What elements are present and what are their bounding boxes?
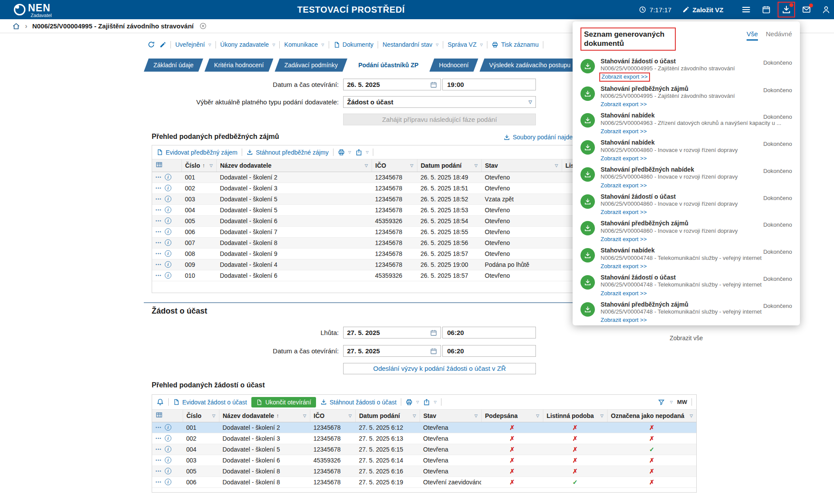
col-header-cislo[interactable]: Číslo↑▽ (181, 159, 216, 172)
column-settings-icon[interactable] (156, 411, 163, 418)
messages-icon[interactable] (802, 5, 811, 14)
row-menu-icon[interactable]: ••• (156, 469, 162, 473)
calendar-icon[interactable] (430, 81, 437, 88)
col-header-stav[interactable]: Stav▽ (481, 159, 562, 172)
request-row[interactable]: •••i 003 Dodavatel - školení 6 45359326 … (152, 455, 696, 466)
tab-hodnoceni[interactable]: Hodnocení (429, 59, 478, 72)
tab-vysledek-zadavaciho-postupu[interactable]: Výsledek zadávacího postupu (480, 59, 580, 72)
row-menu-icon[interactable]: ••• (156, 458, 162, 463)
calendar-icon[interactable] (430, 348, 437, 355)
chevron-down-icon[interactable]: ▽ (670, 400, 673, 404)
row-menu-icon[interactable]: ••• (156, 480, 162, 484)
notification-item[interactable]: Stahování nabídek N006/25/V00004748 - Te… (580, 245, 792, 272)
row-info-icon[interactable]: i (165, 185, 171, 191)
row-info-icon[interactable]: i (165, 272, 171, 279)
show-export-link[interactable]: Zobrazit export >> (601, 317, 647, 324)
col-header-podepsana[interactable]: Podepsána▽ (481, 410, 543, 422)
breadcrumb-record[interactable]: N006/25/V00004995 - Zajištění závodního … (32, 22, 194, 30)
menu-uverejneni[interactable]: Uveřejnění▽ (175, 41, 211, 48)
filter-caret-icon[interactable]: ▽ (303, 414, 306, 418)
col-header-nazev[interactable]: Název dodavatele↑▽ (219, 410, 310, 422)
filter-caret-icon[interactable]: ▽ (349, 414, 352, 418)
col-header-ico[interactable]: IČO▽ (310, 410, 355, 422)
show-export-link[interactable]: Zobrazit export >> (601, 290, 647, 297)
column-settings-icon[interactable] (156, 161, 163, 168)
row-info-icon[interactable]: i (165, 207, 171, 213)
calendar-icon[interactable] (762, 5, 771, 14)
calendar-icon[interactable] (430, 329, 437, 336)
row-menu-icon[interactable]: ••• (156, 175, 162, 180)
generated-documents-icon[interactable] (782, 5, 791, 14)
row-info-icon[interactable]: i (165, 468, 171, 474)
show-export-link[interactable]: Zobrazit export >> (601, 209, 647, 216)
user-profile-icon[interactable] (822, 5, 831, 14)
col-header-oznacena-jako-nepodana[interactable]: Označena jako nepodaná▽ (607, 410, 696, 422)
request-row[interactable]: •••i 006 Dodavatel - školení 8 12345678 … (152, 476, 696, 487)
menu-sprava-vz[interactable]: Správa VZ▽ (448, 41, 483, 48)
filter-caret-icon[interactable]: ▽ (690, 414, 693, 418)
show-export-link[interactable]: Zobrazit export >> (601, 128, 647, 135)
row-menu-icon[interactable]: ••• (156, 447, 162, 452)
row-info-icon[interactable]: i (165, 435, 171, 442)
opening-date-field[interactable]: 26. 5. 2025 (343, 79, 441, 90)
download-requests-link[interactable]: Stáhnout žádosti o účast (320, 399, 396, 406)
download-interests-link[interactable]: Stáhnout předběžné zájmy (247, 149, 329, 156)
filter-caret-icon[interactable]: ▽ (212, 414, 215, 418)
show-export-link[interactable]: Zobrazit export >> (601, 101, 647, 108)
notification-item[interactable]: Stahování nabídek N006/25/V00004963 - Zř… (580, 110, 792, 137)
participation-opening-date-field[interactable]: 27. 5. 2025 (343, 345, 441, 357)
start-next-phase-button[interactable]: Zahájit přípravu následující fáze podání (343, 114, 536, 125)
notification-item[interactable]: Stahování předběžných zájmů N006/25/V000… (580, 218, 792, 245)
col-header-ico[interactable]: IČO▽ (372, 159, 417, 172)
request-row[interactable]: •••i 002 Dodavatel - školení 3 12345678 … (152, 433, 696, 444)
notification-item[interactable]: Stahování předběžných zájmů N006/25/V000… (580, 83, 792, 110)
send-invitation-button[interactable]: Odeslání výzvy k podání žádosti o účast … (343, 363, 536, 374)
menu-nestandardni-stav[interactable]: Nestandardní stav▽ (382, 41, 438, 48)
row-menu-icon[interactable]: ••• (156, 186, 162, 190)
row-info-icon[interactable]: i (165, 261, 171, 268)
col-header-stav[interactable]: Stav▽ (420, 410, 481, 422)
register-interest-link[interactable]: Evidovat předběžný zájem (156, 149, 237, 156)
row-info-icon[interactable]: i (165, 250, 171, 257)
menu-komunikace[interactable]: Komunikace▽ (284, 41, 324, 48)
row-info-icon[interactable]: i (165, 446, 171, 452)
filter-caret-icon[interactable]: ▽ (475, 163, 478, 168)
menu-tisk-zaznamu[interactable]: Tisk záznamu (492, 41, 539, 48)
tab-vse[interactable]: Vše (747, 30, 758, 41)
main-menu-icon[interactable] (741, 5, 751, 14)
row-menu-icon[interactable]: ••• (156, 273, 162, 278)
row-menu-icon[interactable]: ••• (156, 425, 162, 430)
print-button[interactable]: ▽ (338, 149, 351, 156)
row-info-icon[interactable]: i (165, 457, 171, 463)
col-header-listinna-podoba[interactable]: Listinná podoba▽ (543, 410, 607, 422)
filter-caret-icon[interactable]: ▽ (536, 414, 539, 418)
close-record-icon[interactable] (199, 22, 207, 30)
col-header-menu[interactable] (152, 159, 181, 172)
notifications-bell-icon[interactable] (156, 398, 164, 406)
filter-icon[interactable] (658, 399, 665, 406)
notification-item[interactable]: Stahování žádostí o účast N006/25/V00004… (580, 272, 792, 299)
show-export-link[interactable]: Zobrazit export >> (599, 72, 650, 81)
row-info-icon[interactable]: i (165, 424, 171, 431)
col-header-datum-podani[interactable]: Datum podání▽ (355, 410, 420, 422)
tab-nedavne[interactable]: Nedávné (766, 30, 792, 41)
notification-item[interactable]: Stahování žádostí o účast N006/25/V00004… (580, 191, 792, 218)
menu-ukony-zadavatele[interactable]: Úkony zadavatele▽ (220, 41, 275, 48)
row-menu-icon[interactable]: ••• (156, 208, 162, 212)
row-menu-icon[interactable]: ••• (156, 241, 162, 245)
tab-zadavaci-podminky[interactable]: Zadávací podmínky (275, 59, 347, 72)
submission-type-select[interactable]: Žádost o účast ▽ (343, 96, 536, 108)
show-export-link[interactable]: Zobrazit export >> (601, 155, 647, 162)
filter-caret-icon[interactable]: ▽ (210, 163, 213, 168)
row-info-icon[interactable]: i (165, 196, 171, 202)
tab-kriteria-hodnoceni[interactable]: Kritéria hodnocení (205, 59, 274, 72)
col-header-datum-podani[interactable]: Datum podání▽ (417, 159, 481, 172)
tab-podani-ucastniku-zp[interactable]: Podání účastníků ZP (349, 59, 428, 72)
export-button[interactable]: ▽ (355, 149, 368, 156)
show-export-link[interactable]: Zobrazit export >> (601, 182, 647, 189)
notification-item[interactable]: Stahování nabídek N006/25/V00004860 - In… (580, 137, 792, 164)
tab-zakladni-udaje[interactable]: Základní údaje (144, 59, 203, 72)
export-button[interactable]: ▽ (423, 399, 436, 406)
request-row[interactable]: •••i 001 Dodavatel - školení 2 12345678 … (152, 422, 696, 433)
create-vz-button[interactable]: Založit VZ (682, 6, 723, 14)
